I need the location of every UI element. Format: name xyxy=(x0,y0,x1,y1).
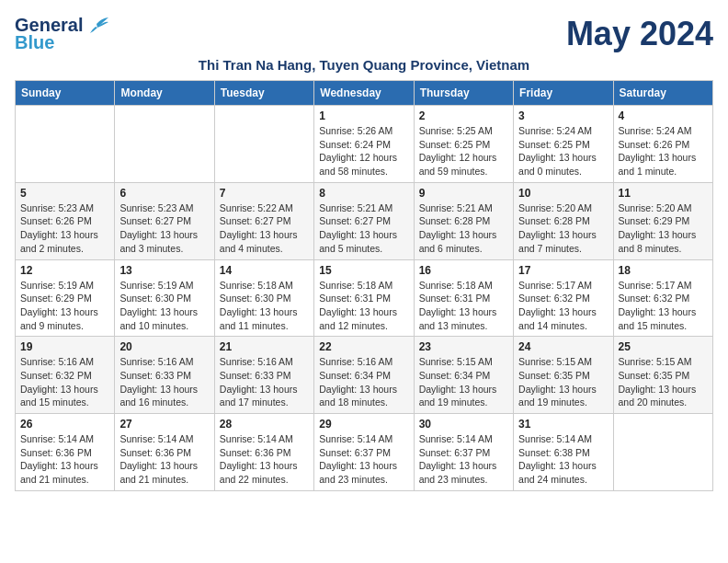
weekday-header-wednesday: Wednesday xyxy=(314,81,414,106)
day-number: 14 xyxy=(220,264,309,277)
day-number: 25 xyxy=(619,340,708,353)
calendar-day-18: 18Sunrise: 5:17 AM Sunset: 6:32 PM Dayli… xyxy=(613,259,712,337)
day-number: 26 xyxy=(20,418,109,431)
day-info: Sunrise: 5:14 AM Sunset: 6:36 PM Dayligh… xyxy=(20,432,109,487)
day-info: Sunrise: 5:16 AM Sunset: 6:33 PM Dayligh… xyxy=(119,355,209,409)
calendar-day-2: 2Sunrise: 5:25 AM Sunset: 6:25 PM Daylig… xyxy=(414,106,513,183)
day-info: Sunrise: 5:15 AM Sunset: 6:35 PM Dayligh… xyxy=(518,355,608,409)
day-number: 27 xyxy=(119,418,209,431)
month-title: May 2024 xyxy=(566,15,713,53)
day-number: 13 xyxy=(119,264,209,277)
calendar-day-19: 19Sunrise: 5:16 AM Sunset: 6:32 PM Dayli… xyxy=(16,337,115,414)
day-info: Sunrise: 5:14 AM Sunset: 6:36 PM Dayligh… xyxy=(119,432,209,487)
day-number: 6 xyxy=(119,187,209,200)
calendar-day-1: 1Sunrise: 5:26 AM Sunset: 6:24 PM Daylig… xyxy=(314,106,414,183)
calendar-day-6: 6Sunrise: 5:23 AM Sunset: 6:27 PM Daylig… xyxy=(115,182,214,259)
weekday-header-row: SundayMondayTuesdayWednesdayThursdayFrid… xyxy=(16,81,713,106)
day-number: 19 xyxy=(20,340,109,353)
day-number: 12 xyxy=(20,264,109,277)
calendar-day-16: 16Sunrise: 5:18 AM Sunset: 6:31 PM Dayli… xyxy=(414,259,513,337)
calendar-day-28: 28Sunrise: 5:14 AM Sunset: 6:36 PM Dayli… xyxy=(214,414,313,491)
day-number: 18 xyxy=(619,264,708,277)
day-info: Sunrise: 5:14 AM Sunset: 6:37 PM Dayligh… xyxy=(419,432,508,487)
day-info: Sunrise: 5:20 AM Sunset: 6:29 PM Dayligh… xyxy=(619,201,708,256)
empty-cell xyxy=(115,106,214,183)
empty-cell xyxy=(613,414,712,491)
calendar-day-4: 4Sunrise: 5:24 AM Sunset: 6:26 PM Daylig… xyxy=(613,106,712,183)
calendar-week-row: 1Sunrise: 5:26 AM Sunset: 6:24 PM Daylig… xyxy=(16,106,713,183)
day-info: Sunrise: 5:26 AM Sunset: 6:24 PM Dayligh… xyxy=(319,124,408,178)
calendar-week-row: 12Sunrise: 5:19 AM Sunset: 6:29 PM Dayli… xyxy=(16,259,713,337)
calendar-day-3: 3Sunrise: 5:24 AM Sunset: 6:25 PM Daylig… xyxy=(514,106,613,183)
day-info: Sunrise: 5:16 AM Sunset: 6:33 PM Dayligh… xyxy=(220,355,309,409)
day-number: 23 xyxy=(419,340,508,353)
calendar-day-7: 7Sunrise: 5:22 AM Sunset: 6:27 PM Daylig… xyxy=(214,182,313,259)
day-info: Sunrise: 5:25 AM Sunset: 6:25 PM Dayligh… xyxy=(419,124,508,178)
weekday-header-friday: Friday xyxy=(514,81,613,106)
weekday-header-tuesday: Tuesday xyxy=(214,81,313,106)
calendar-day-9: 9Sunrise: 5:21 AM Sunset: 6:28 PM Daylig… xyxy=(414,182,513,259)
logo: General Blue xyxy=(15,15,108,53)
day-info: Sunrise: 5:18 AM Sunset: 6:30 PM Dayligh… xyxy=(220,279,309,333)
calendar-day-24: 24Sunrise: 5:15 AM Sunset: 6:35 PM Dayli… xyxy=(514,337,613,414)
day-number: 11 xyxy=(619,187,708,200)
calendar-day-10: 10Sunrise: 5:20 AM Sunset: 6:28 PM Dayli… xyxy=(514,182,613,259)
empty-cell xyxy=(16,106,115,183)
day-info: Sunrise: 5:21 AM Sunset: 6:28 PM Dayligh… xyxy=(419,201,508,256)
calendar-day-5: 5Sunrise: 5:23 AM Sunset: 6:26 PM Daylig… xyxy=(16,182,115,259)
day-info: Sunrise: 5:20 AM Sunset: 6:28 PM Dayligh… xyxy=(518,201,608,256)
day-number: 21 xyxy=(220,340,309,353)
day-info: Sunrise: 5:15 AM Sunset: 6:35 PM Dayligh… xyxy=(619,355,708,409)
calendar-week-row: 5Sunrise: 5:23 AM Sunset: 6:26 PM Daylig… xyxy=(16,182,713,259)
day-info: Sunrise: 5:14 AM Sunset: 6:36 PM Dayligh… xyxy=(220,432,309,487)
page-header: General Blue May 2024 xyxy=(15,15,713,53)
day-info: Sunrise: 5:24 AM Sunset: 6:26 PM Dayligh… xyxy=(619,124,708,178)
day-info: Sunrise: 5:16 AM Sunset: 6:34 PM Dayligh… xyxy=(319,355,408,409)
day-info: Sunrise: 5:17 AM Sunset: 6:32 PM Dayligh… xyxy=(619,279,708,333)
day-number: 31 xyxy=(518,418,608,431)
day-info: Sunrise: 5:23 AM Sunset: 6:27 PM Dayligh… xyxy=(119,201,209,256)
day-info: Sunrise: 5:21 AM Sunset: 6:27 PM Dayligh… xyxy=(319,201,408,256)
day-info: Sunrise: 5:19 AM Sunset: 6:29 PM Dayligh… xyxy=(20,279,109,333)
day-number: 7 xyxy=(220,187,309,200)
day-info: Sunrise: 5:15 AM Sunset: 6:34 PM Dayligh… xyxy=(419,355,508,409)
day-info: Sunrise: 5:16 AM Sunset: 6:32 PM Dayligh… xyxy=(20,355,109,409)
day-info: Sunrise: 5:19 AM Sunset: 6:30 PM Dayligh… xyxy=(119,279,209,333)
day-number: 9 xyxy=(419,187,508,200)
day-number: 2 xyxy=(419,109,508,122)
calendar-day-23: 23Sunrise: 5:15 AM Sunset: 6:34 PM Dayli… xyxy=(414,337,513,414)
day-info: Sunrise: 5:22 AM Sunset: 6:27 PM Dayligh… xyxy=(220,201,309,256)
calendar-week-row: 19Sunrise: 5:16 AM Sunset: 6:32 PM Dayli… xyxy=(16,337,713,414)
logo-bird-icon xyxy=(85,17,108,35)
calendar-day-11: 11Sunrise: 5:20 AM Sunset: 6:29 PM Dayli… xyxy=(613,182,712,259)
location-title: Thi Tran Na Hang, Tuyen Quang Province, … xyxy=(15,57,713,73)
day-number: 8 xyxy=(319,187,408,200)
day-info: Sunrise: 5:23 AM Sunset: 6:26 PM Dayligh… xyxy=(20,201,109,256)
calendar-day-22: 22Sunrise: 5:16 AM Sunset: 6:34 PM Dayli… xyxy=(314,337,414,414)
calendar-day-20: 20Sunrise: 5:16 AM Sunset: 6:33 PM Dayli… xyxy=(115,337,214,414)
calendar-day-17: 17Sunrise: 5:17 AM Sunset: 6:32 PM Dayli… xyxy=(514,259,613,337)
calendar-day-14: 14Sunrise: 5:18 AM Sunset: 6:30 PM Dayli… xyxy=(214,259,313,337)
day-number: 5 xyxy=(20,187,109,200)
day-number: 28 xyxy=(220,418,309,431)
day-number: 20 xyxy=(119,340,209,353)
calendar-day-25: 25Sunrise: 5:15 AM Sunset: 6:35 PM Dayli… xyxy=(613,337,712,414)
day-number: 16 xyxy=(419,264,508,277)
calendar-day-8: 8Sunrise: 5:21 AM Sunset: 6:27 PM Daylig… xyxy=(314,182,414,259)
day-number: 4 xyxy=(619,109,708,122)
logo-blue-text: Blue xyxy=(15,32,54,53)
day-info: Sunrise: 5:14 AM Sunset: 6:37 PM Dayligh… xyxy=(319,432,408,487)
day-info: Sunrise: 5:14 AM Sunset: 6:38 PM Dayligh… xyxy=(518,432,608,487)
calendar-day-27: 27Sunrise: 5:14 AM Sunset: 6:36 PM Dayli… xyxy=(115,414,214,491)
day-info: Sunrise: 5:24 AM Sunset: 6:25 PM Dayligh… xyxy=(518,124,608,178)
calendar-day-30: 30Sunrise: 5:14 AM Sunset: 6:37 PM Dayli… xyxy=(414,414,513,491)
day-number: 10 xyxy=(518,187,608,200)
calendar-day-29: 29Sunrise: 5:14 AM Sunset: 6:37 PM Dayli… xyxy=(314,414,414,491)
weekday-header-saturday: Saturday xyxy=(613,81,712,106)
calendar-day-15: 15Sunrise: 5:18 AM Sunset: 6:31 PM Dayli… xyxy=(314,259,414,337)
day-number: 17 xyxy=(518,264,608,277)
day-number: 15 xyxy=(319,264,408,277)
calendar-day-31: 31Sunrise: 5:14 AM Sunset: 6:38 PM Dayli… xyxy=(514,414,613,491)
day-number: 1 xyxy=(319,109,408,122)
empty-cell xyxy=(214,106,313,183)
